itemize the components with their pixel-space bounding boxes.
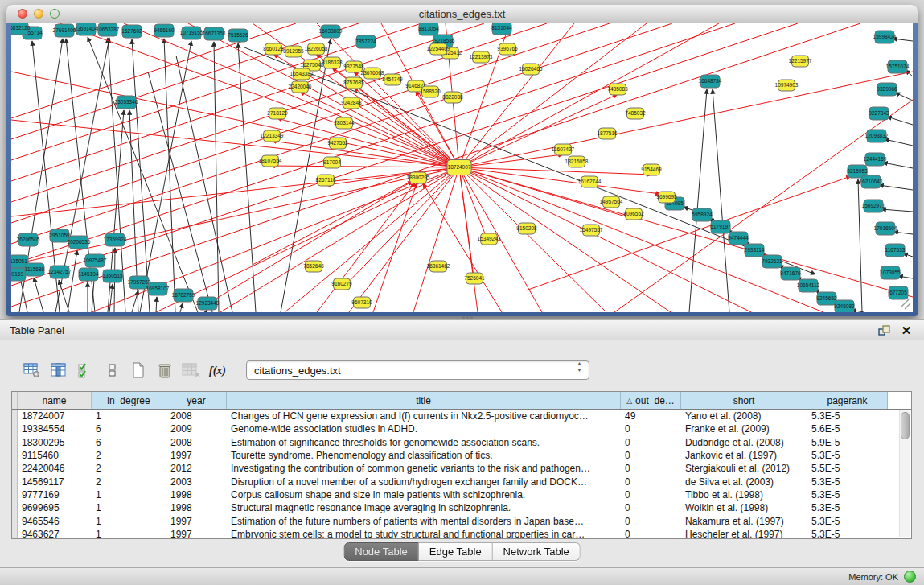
table-cell[interactable]: 2003 — [166, 476, 227, 488]
table-cell[interactable]: 5.3E-5 — [807, 410, 888, 422]
graph-node[interactable]: 23676068 — [361, 68, 384, 79]
graph-node[interactable]: 10653287 — [97, 23, 120, 36]
graph-edge[interactable] — [68, 250, 77, 312]
graph-node[interactable]: 1588520 — [420, 86, 441, 97]
graph-node[interactable]: 16033809 — [319, 25, 343, 38]
graph-node[interactable]: 15751074 — [886, 60, 910, 73]
graph-edge[interactable] — [132, 39, 150, 312]
graph-node[interactable]: 16958107 — [146, 282, 170, 295]
graph-node[interactable]: 9427552 — [327, 138, 348, 149]
table-cell[interactable]: Corpus callosum shape and size in male p… — [227, 488, 621, 501]
graph-node[interactable]: 2718120 — [267, 108, 288, 119]
table-row[interactable]: 1830029562008Estimation of significance … — [12, 436, 911, 449]
row-height-button[interactable] — [101, 360, 122, 381]
column-header-name[interactable]: name — [18, 392, 92, 409]
table-cell[interactable]: 14569117 — [18, 476, 92, 488]
graph-node[interactable]: 8813054 — [418, 23, 439, 35]
table-cell[interactable]: Wolkin et al. (1998) — [681, 501, 807, 514]
table-row[interactable]: 1872400712008Changes of HCN gene express… — [12, 410, 911, 422]
table-cell[interactable]: 9699695 — [18, 501, 92, 514]
graph-node[interactable]: 9329966 — [877, 83, 897, 96]
table-cell[interactable]: 19384554 — [18, 422, 92, 435]
graph-node[interactable]: 12342757 — [48, 266, 72, 278]
graph-node[interactable]: 8912955 — [283, 46, 304, 57]
table-cell[interactable]: 0 — [621, 528, 681, 539]
graph-node[interactable]: 16210643 — [860, 175, 883, 188]
graph-edge[interactable] — [459, 167, 489, 244]
tab-node-table[interactable]: Node Table — [343, 542, 419, 561]
table-cell[interactable]: 5.6E-5 — [807, 422, 888, 435]
graph-node[interactable]: 9242848 — [341, 97, 362, 109]
scrollbar-thumb[interactable] — [901, 412, 910, 439]
graph-edge[interactable] — [459, 72, 913, 167]
table-cell[interactable]: Investigating the contribution of common… — [227, 462, 621, 475]
graph-node[interactable]: 1350515 — [102, 270, 123, 282]
graph-node[interactable]: 15349243 — [478, 233, 501, 245]
table-cell[interactable]: 2 — [92, 476, 166, 488]
table-cell[interactable]: de Silva et al. (2003) — [681, 476, 807, 488]
graph-edge[interactable] — [180, 303, 183, 312]
table-cell[interactable]: 5.3E-5 — [807, 515, 888, 528]
graph-node[interactable]: 8822038 — [442, 92, 463, 103]
graph-edge[interactable] — [898, 276, 913, 278]
table-cell[interactable]: 5.5E-5 — [807, 462, 888, 475]
table-cell[interactable]: 1997 — [166, 528, 227, 539]
graph-edge[interactable] — [11, 23, 672, 244]
graph-node[interactable]: 16162744 — [578, 176, 602, 187]
graph-edge[interactable] — [893, 232, 913, 234]
table-cell[interactable]: Yano et al. (2008) — [681, 410, 807, 422]
graph-node[interactable]: 8186328 — [322, 57, 343, 68]
graph-node[interactable]: 9150208 — [516, 223, 537, 234]
graph-node[interactable]: 23691404 — [75, 23, 98, 35]
graph-node[interactable]: 9607310 — [351, 297, 372, 308]
table-cell[interactable]: 5.3E-5 — [807, 501, 888, 514]
table-cell[interactable]: Dudbridge et al. (2008) — [681, 436, 807, 449]
graph-node[interactable]: 9160279 — [331, 278, 352, 290]
graph-edge[interactable] — [895, 93, 913, 101]
graph-node[interactable]: 9227343 — [869, 107, 889, 120]
graph-edge[interactable] — [459, 167, 474, 283]
graph-edge[interactable] — [423, 183, 502, 312]
graph-node[interactable]: 8757685 — [343, 77, 364, 89]
graph-node[interactable]: 20206536 — [68, 236, 91, 249]
graph-edge[interactable] — [459, 167, 823, 312]
graph-node[interactable]: 5958924 — [692, 208, 713, 221]
graph-node[interactable]: 7857224 — [355, 35, 376, 48]
table-cell[interactable]: Estimation of the future numbers of pati… — [227, 515, 621, 528]
graph-node[interactable]: 18724007 — [447, 160, 471, 175]
table-cell[interactable]: 1997 — [166, 449, 227, 462]
table-cell[interactable]: 0 — [621, 501, 681, 514]
resize-grip[interactable] — [901, 299, 910, 309]
network-canvas[interactable]: 1872400790557142769140626832120236914041… — [11, 23, 913, 312]
table-cell[interactable]: 18300295 — [18, 436, 92, 449]
table-row[interactable]: 911546021997Tourette syndrome. Phenomeno… — [12, 449, 911, 462]
graph-node[interactable]: 7485083 — [607, 84, 628, 95]
graph-node[interactable]: 1527602 — [121, 25, 142, 38]
graph-edge[interactable] — [883, 163, 913, 168]
graph-node[interactable]: 8267110 — [316, 175, 336, 186]
graph-edge[interactable] — [11, 23, 296, 118]
graph-edge[interactable] — [156, 297, 157, 312]
table-cell[interactable]: 1997 — [166, 515, 227, 528]
table-cell[interactable]: 1998 — [166, 501, 227, 514]
table-cell[interactable]: 1 — [92, 528, 166, 539]
table-cell[interactable]: 5.3E-5 — [807, 449, 888, 462]
table-cell[interactable]: 2008 — [166, 436, 227, 449]
graph-node[interactable]: 26832120 — [11, 23, 31, 35]
table-cell[interactable]: Tourette syndrome. Phenomenology and cla… — [227, 449, 621, 462]
table-cell[interactable]: 1998 — [166, 488, 227, 501]
graph-node[interactable]: 12093832 — [865, 130, 889, 142]
graph-node[interactable]: 10654112 — [797, 279, 820, 292]
graph-node[interactable]: 12923448 — [196, 297, 220, 310]
graph-node[interactable]: 39159 — [11, 268, 26, 281]
column-header-short[interactable]: short — [681, 392, 807, 409]
graph-node[interactable]: 2803144 — [334, 117, 355, 129]
graph-edge[interactable] — [858, 179, 862, 312]
graph-edge[interactable] — [459, 167, 542, 312]
graph-edge[interactable] — [11, 23, 798, 286]
column-header-out_de[interactable]: △out_de… — [621, 392, 681, 409]
graph-node[interactable]: 18300295 — [407, 172, 430, 183]
table-cell[interactable]: 2 — [92, 449, 166, 462]
graph-edge[interactable] — [373, 183, 417, 312]
graph-edge[interactable] — [253, 180, 413, 265]
